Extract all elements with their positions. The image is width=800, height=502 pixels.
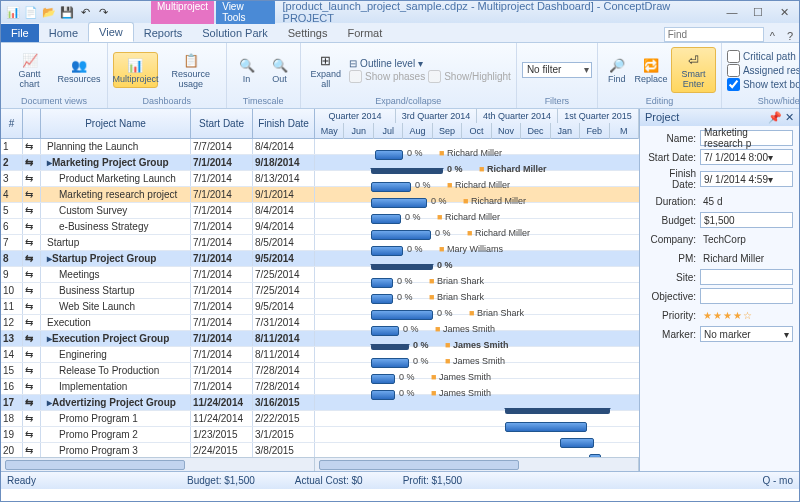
field-site[interactable] xyxy=(700,269,793,285)
group-expand: ⊞Expand all ⊟Outline level ▾ Show phases… xyxy=(301,43,517,108)
tab-settings[interactable]: Settings xyxy=(278,24,338,42)
field-priority[interactable]: ★★★★☆ xyxy=(700,307,793,323)
btn-zoom-in[interactable]: 🔍In xyxy=(232,52,262,88)
lbl-objective: Objective: xyxy=(646,291,696,302)
chk-show-textboxes[interactable]: Show text boxes xyxy=(727,78,800,91)
save-icon[interactable]: 💾 xyxy=(59,4,75,20)
ribbon-tabs: File Home View Reports Solution Park Set… xyxy=(1,23,799,43)
lbl-company: Company: xyxy=(646,234,696,245)
table-row[interactable]: 20⇆Promo Program 32/24/20153/8/2015 xyxy=(1,443,639,457)
lbl-name: Name: xyxy=(646,133,696,144)
outline-level[interactable]: ⊟Outline level ▾ xyxy=(349,58,425,69)
undo-icon[interactable]: ↶ xyxy=(77,4,93,20)
status-zoom[interactable]: Q - mo xyxy=(762,475,793,486)
lbl-finish: Finish Date: xyxy=(646,168,696,190)
table-row[interactable]: 9⇆Meetings7/1/20147/25/20140 %Brian Shar… xyxy=(1,267,639,283)
lbl-priority: Priority: xyxy=(646,310,696,321)
lbl-budget: Budget: xyxy=(646,215,696,226)
table-row[interactable]: 4⇆Marketing research project7/1/20149/1/… xyxy=(1,187,639,203)
table-row[interactable]: 10⇆Business Startup7/1/20147/25/20140 %B… xyxy=(1,283,639,299)
btn-zoom-out[interactable]: 🔍Out xyxy=(265,52,295,88)
chk-show-highlight[interactable]: Show/Highlight xyxy=(428,70,511,83)
table-row[interactable]: 8⇆Startup Project Group7/1/20149/5/20140… xyxy=(1,251,639,267)
col-indicator[interactable] xyxy=(23,109,41,138)
maximize-icon[interactable]: ☐ xyxy=(747,6,769,19)
btn-replace[interactable]: 🔁Replace xyxy=(634,52,668,88)
tab-reports[interactable]: Reports xyxy=(134,24,193,42)
find-box[interactable] xyxy=(664,27,764,42)
btn-smart-enter[interactable]: ⏎Smart Enter xyxy=(671,47,716,93)
lbl-site: Site: xyxy=(646,272,696,283)
status-actual: Actual Cost: $0 xyxy=(295,475,363,486)
close-icon[interactable]: ✕ xyxy=(773,6,795,19)
table-row[interactable]: 6⇆e-Business Strategy7/1/20149/4/20140 %… xyxy=(1,219,639,235)
field-objective[interactable] xyxy=(700,288,793,304)
col-finish[interactable]: Finish Date xyxy=(253,109,315,138)
table-row[interactable]: 12⇆Execution7/1/20147/31/20140 %James Sm… xyxy=(1,315,639,331)
new-icon[interactable]: 📄 xyxy=(23,4,39,20)
help-icon[interactable]: ? xyxy=(781,30,799,42)
group-label: Document views xyxy=(6,95,102,106)
titlebar: 📊 📄 📂 💾 ↶ ↷ Multiproject View Tools [pro… xyxy=(1,1,799,23)
redo-icon[interactable]: ↷ xyxy=(95,4,111,20)
table-row[interactable]: 2⇆Marketing Project Group7/1/20149/18/20… xyxy=(1,155,639,171)
tab-format[interactable]: Format xyxy=(337,24,392,42)
lbl-start: Start Date: xyxy=(646,152,696,163)
tab-solutionpark[interactable]: Solution Park xyxy=(192,24,277,42)
field-budget[interactable]: $1,500 xyxy=(700,212,793,228)
table-row[interactable]: 5⇆Custom Survey7/1/20148/4/20140 %Richar… xyxy=(1,203,639,219)
chk-critical-path[interactable]: Critical path xyxy=(727,50,800,63)
btn-expand-all[interactable]: ⊞Expand all xyxy=(306,47,347,93)
table-row[interactable]: 17⇆Advertizing Project Group11/24/20143/… xyxy=(1,395,639,411)
field-finish[interactable]: 9/ 1/2014 4:59 ▾ xyxy=(700,171,793,187)
col-num[interactable]: # xyxy=(1,109,23,138)
table-row[interactable]: 15⇆Release To Production7/1/20147/28/201… xyxy=(1,363,639,379)
lbl-marker: Marker: xyxy=(646,329,696,340)
tab-file[interactable]: File xyxy=(1,24,39,42)
col-name[interactable]: Project Name xyxy=(41,109,191,138)
field-company: TechCorp xyxy=(700,231,793,247)
field-marker[interactable]: No marker▾ xyxy=(700,326,793,342)
minimize-icon[interactable]: — xyxy=(721,6,743,19)
status-profit: Profit: $1,500 xyxy=(403,475,462,486)
ctx-tab-viewtools[interactable]: View Tools xyxy=(216,0,274,24)
timeline-header: Quarter 20143rd Quarter 20144th Quarter … xyxy=(315,109,639,138)
horizontal-scroll[interactable] xyxy=(1,457,639,471)
chk-assigned-resources[interactable]: Assigned resources xyxy=(727,64,800,77)
status-budget: Budget: $1,500 xyxy=(187,475,255,486)
status-bar: Ready Budget: $1,500 Actual Cost: $0 Pro… xyxy=(1,471,799,489)
ribbon-collapse-icon[interactable]: ^ xyxy=(764,30,781,42)
btn-find[interactable]: 🔎Find xyxy=(603,52,631,88)
find-input[interactable] xyxy=(664,27,764,42)
tab-home[interactable]: Home xyxy=(39,24,88,42)
btn-resources[interactable]: 👥Resources xyxy=(56,52,102,88)
tab-view[interactable]: View xyxy=(88,22,134,42)
group-label: Expand/collapse xyxy=(306,95,511,106)
gantt-grid: # Project Name Start Date Finish Date Qu… xyxy=(1,109,639,471)
main-content: # Project Name Start Date Finish Date Qu… xyxy=(1,109,799,471)
table-row[interactable]: 1⇆Planning the Launch7/7/20148/4/20140 %… xyxy=(1,139,639,155)
open-icon[interactable]: 📂 xyxy=(41,4,57,20)
document-title: [product_launch_project_sample.cdpz - Mu… xyxy=(283,0,721,24)
quick-access-toolbar: 📊 📄 📂 💾 ↶ ↷ xyxy=(5,4,111,20)
filter-dropdown[interactable]: No filter xyxy=(522,62,592,78)
panel-pin-icon[interactable]: 📌 ✕ xyxy=(768,111,794,124)
lbl-pm: PM: xyxy=(646,253,696,264)
table-row[interactable]: 13⇆Execution Project Group7/1/20148/11/2… xyxy=(1,331,639,347)
ctx-tab-multiproject[interactable]: Multiproject xyxy=(151,0,214,24)
field-start[interactable]: 7/ 1/2014 8:00 ▾ xyxy=(700,149,793,165)
table-row[interactable]: 11⇆Web Site Launch7/1/20149/5/20140 %Bri… xyxy=(1,299,639,315)
table-row[interactable]: 14⇆Enginering7/1/20148/11/20140 %James S… xyxy=(1,347,639,363)
app-icon: 📊 xyxy=(5,4,21,20)
btn-resource-usage[interactable]: 📋Resource usage xyxy=(161,47,221,93)
field-name[interactable]: Marketing research p xyxy=(700,130,793,146)
group-timescale: 🔍In 🔍Out Timescale xyxy=(227,43,301,108)
grid-body[interactable]: 1⇆Planning the Launch7/7/20148/4/20140 %… xyxy=(1,139,639,457)
btn-gantt-chart[interactable]: 📈Gantt chart xyxy=(6,47,53,93)
col-start[interactable]: Start Date xyxy=(191,109,253,138)
group-label: Show/hide xyxy=(727,95,800,106)
table-row[interactable]: 16⇆Implementation7/1/20147/28/20140 %Jam… xyxy=(1,379,639,395)
chk-show-phases[interactable]: Show phases xyxy=(349,70,425,83)
table-row[interactable]: 7⇆Startup7/1/20148/5/20140 %Mary William… xyxy=(1,235,639,251)
btn-multiproject[interactable]: 📊Multiproject xyxy=(113,52,158,88)
